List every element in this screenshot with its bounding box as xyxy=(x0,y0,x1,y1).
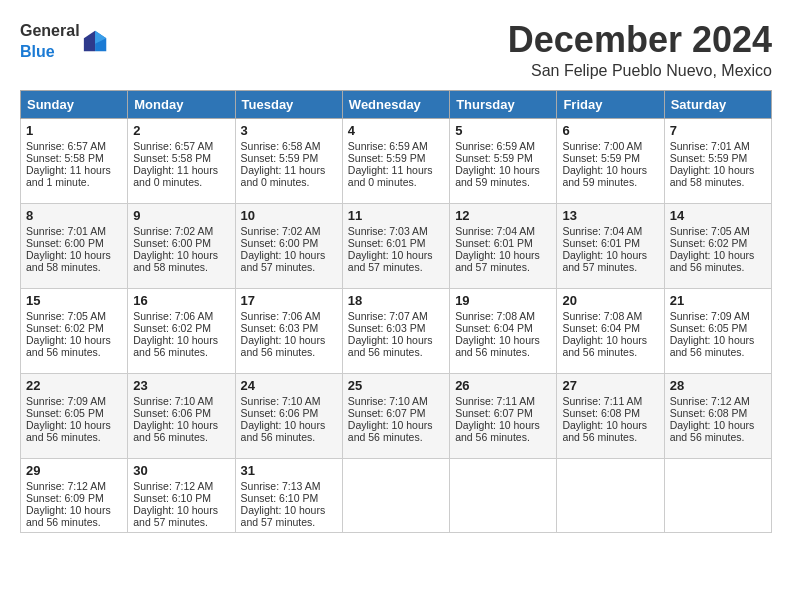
calendar-cell: 1Sunrise: 6:57 AMSunset: 5:58 PMDaylight… xyxy=(21,118,128,203)
sunrise-text: Sunrise: 7:10 AM xyxy=(348,395,444,407)
daylight-text: Daylight: 10 hours and 56 minutes. xyxy=(670,334,766,358)
col-friday: Friday xyxy=(557,90,664,118)
sunrise-text: Sunrise: 7:05 AM xyxy=(26,310,122,322)
sunrise-text: Sunrise: 7:09 AM xyxy=(670,310,766,322)
sunrise-text: Sunrise: 6:59 AM xyxy=(348,140,444,152)
sunrise-text: Sunrise: 7:11 AM xyxy=(455,395,551,407)
daylight-text: Daylight: 10 hours and 56 minutes. xyxy=(348,334,444,358)
sunset-text: Sunset: 5:58 PM xyxy=(26,152,122,164)
day-number: 26 xyxy=(455,378,551,393)
daylight-text: Daylight: 10 hours and 57 minutes. xyxy=(241,249,337,273)
calendar-cell: 27Sunrise: 7:11 AMSunset: 6:08 PMDayligh… xyxy=(557,373,664,458)
sunrise-text: Sunrise: 7:11 AM xyxy=(562,395,658,407)
page-header: General Blue December 2024 San Felipe Pu… xyxy=(20,20,772,80)
sunrise-text: Sunrise: 7:06 AM xyxy=(133,310,229,322)
calendar-cell: 17Sunrise: 7:06 AMSunset: 6:03 PMDayligh… xyxy=(235,288,342,373)
daylight-text: Daylight: 10 hours and 56 minutes. xyxy=(241,419,337,443)
sunrise-text: Sunrise: 7:08 AM xyxy=(455,310,551,322)
calendar-cell: 25Sunrise: 7:10 AMSunset: 6:07 PMDayligh… xyxy=(342,373,449,458)
sunset-text: Sunset: 6:10 PM xyxy=(133,492,229,504)
calendar-cell: 31Sunrise: 7:13 AMSunset: 6:10 PMDayligh… xyxy=(235,458,342,532)
day-number: 16 xyxy=(133,293,229,308)
col-monday: Monday xyxy=(128,90,235,118)
sunset-text: Sunset: 6:02 PM xyxy=(26,322,122,334)
day-number: 9 xyxy=(133,208,229,223)
sunrise-text: Sunrise: 7:10 AM xyxy=(241,395,337,407)
daylight-text: Daylight: 10 hours and 58 minutes. xyxy=(26,249,122,273)
logo-blue: Blue xyxy=(20,43,55,60)
calendar-cell: 22Sunrise: 7:09 AMSunset: 6:05 PMDayligh… xyxy=(21,373,128,458)
day-number: 13 xyxy=(562,208,658,223)
daylight-text: Daylight: 10 hours and 56 minutes. xyxy=(26,334,122,358)
day-number: 6 xyxy=(562,123,658,138)
calendar-cell: 12Sunrise: 7:04 AMSunset: 6:01 PMDayligh… xyxy=(450,203,557,288)
calendar-cell: 9Sunrise: 7:02 AMSunset: 6:00 PMDaylight… xyxy=(128,203,235,288)
calendar-cell: 21Sunrise: 7:09 AMSunset: 6:05 PMDayligh… xyxy=(664,288,771,373)
sunset-text: Sunset: 6:04 PM xyxy=(455,322,551,334)
day-number: 18 xyxy=(348,293,444,308)
day-number: 17 xyxy=(241,293,337,308)
sunset-text: Sunset: 6:07 PM xyxy=(348,407,444,419)
sunset-text: Sunset: 5:59 PM xyxy=(348,152,444,164)
col-saturday: Saturday xyxy=(664,90,771,118)
day-number: 3 xyxy=(241,123,337,138)
day-number: 23 xyxy=(133,378,229,393)
sunset-text: Sunset: 6:06 PM xyxy=(133,407,229,419)
sunset-text: Sunset: 6:04 PM xyxy=(562,322,658,334)
daylight-text: Daylight: 10 hours and 56 minutes. xyxy=(348,419,444,443)
daylight-text: Daylight: 11 hours and 0 minutes. xyxy=(133,164,229,188)
sunrise-text: Sunrise: 7:12 AM xyxy=(26,480,122,492)
calendar-cell: 15Sunrise: 7:05 AMSunset: 6:02 PMDayligh… xyxy=(21,288,128,373)
calendar-cell: 30Sunrise: 7:12 AMSunset: 6:10 PMDayligh… xyxy=(128,458,235,532)
daylight-text: Daylight: 10 hours and 56 minutes. xyxy=(670,419,766,443)
day-number: 5 xyxy=(455,123,551,138)
calendar-cell xyxy=(342,458,449,532)
sunset-text: Sunset: 6:01 PM xyxy=(348,237,444,249)
day-number: 10 xyxy=(241,208,337,223)
logo-icon xyxy=(82,27,110,55)
sunset-text: Sunset: 6:01 PM xyxy=(455,237,551,249)
calendar-cell: 18Sunrise: 7:07 AMSunset: 6:03 PMDayligh… xyxy=(342,288,449,373)
calendar-cell: 11Sunrise: 7:03 AMSunset: 6:01 PMDayligh… xyxy=(342,203,449,288)
sunset-text: Sunset: 6:03 PM xyxy=(241,322,337,334)
sunset-text: Sunset: 6:02 PM xyxy=(670,237,766,249)
daylight-text: Daylight: 10 hours and 59 minutes. xyxy=(562,164,658,188)
calendar-cell: 28Sunrise: 7:12 AMSunset: 6:08 PMDayligh… xyxy=(664,373,771,458)
col-thursday: Thursday xyxy=(450,90,557,118)
calendar-cell xyxy=(664,458,771,532)
sunset-text: Sunset: 6:09 PM xyxy=(26,492,122,504)
col-tuesday: Tuesday xyxy=(235,90,342,118)
daylight-text: Daylight: 11 hours and 1 minute. xyxy=(26,164,122,188)
day-number: 28 xyxy=(670,378,766,393)
daylight-text: Daylight: 10 hours and 57 minutes. xyxy=(562,249,658,273)
sunrise-text: Sunrise: 6:57 AM xyxy=(133,140,229,152)
sunset-text: Sunset: 6:06 PM xyxy=(241,407,337,419)
day-number: 20 xyxy=(562,293,658,308)
daylight-text: Daylight: 10 hours and 58 minutes. xyxy=(670,164,766,188)
calendar-cell: 3Sunrise: 6:58 AMSunset: 5:59 PMDaylight… xyxy=(235,118,342,203)
title-block: December 2024 San Felipe Pueblo Nuevo, M… xyxy=(508,20,772,80)
calendar-cell: 4Sunrise: 6:59 AMSunset: 5:59 PMDaylight… xyxy=(342,118,449,203)
calendar-header-row: Sunday Monday Tuesday Wednesday Thursday… xyxy=(21,90,772,118)
daylight-text: Daylight: 10 hours and 56 minutes. xyxy=(455,419,551,443)
sunset-text: Sunset: 6:00 PM xyxy=(26,237,122,249)
sunset-text: Sunset: 6:08 PM xyxy=(670,407,766,419)
daylight-text: Daylight: 10 hours and 56 minutes. xyxy=(133,334,229,358)
sunrise-text: Sunrise: 7:01 AM xyxy=(26,225,122,237)
sunrise-text: Sunrise: 7:06 AM xyxy=(241,310,337,322)
day-number: 24 xyxy=(241,378,337,393)
sunset-text: Sunset: 6:00 PM xyxy=(133,237,229,249)
sunrise-text: Sunrise: 7:12 AM xyxy=(670,395,766,407)
day-number: 2 xyxy=(133,123,229,138)
sunrise-text: Sunrise: 7:05 AM xyxy=(670,225,766,237)
col-wednesday: Wednesday xyxy=(342,90,449,118)
location-title: San Felipe Pueblo Nuevo, Mexico xyxy=(508,62,772,80)
day-number: 30 xyxy=(133,463,229,478)
col-sunday: Sunday xyxy=(21,90,128,118)
calendar-cell: 5Sunrise: 6:59 AMSunset: 5:59 PMDaylight… xyxy=(450,118,557,203)
sunrise-text: Sunrise: 7:12 AM xyxy=(133,480,229,492)
sunset-text: Sunset: 6:08 PM xyxy=(562,407,658,419)
sunrise-text: Sunrise: 7:00 AM xyxy=(562,140,658,152)
sunset-text: Sunset: 6:05 PM xyxy=(26,407,122,419)
calendar-cell xyxy=(557,458,664,532)
